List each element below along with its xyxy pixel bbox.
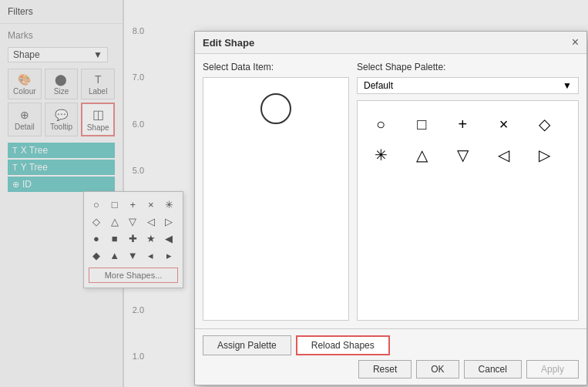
edit-shape-dialog: Edit Shape × Select Data Item: Select Sh… bbox=[194, 31, 587, 385]
dialog-footer: Assign Palette Reload Shapes Reset OK Ca… bbox=[195, 328, 586, 385]
palette-shape-tri-down[interactable]: ▽ bbox=[447, 140, 478, 170]
palette-shape-circle[interactable]: ○ bbox=[365, 109, 396, 140]
dialog-left-panel: Select Data Item: bbox=[203, 62, 349, 321]
dialog-footer-row2: Reset OK Cancel Apply bbox=[203, 360, 579, 379]
palette-default-label: Default bbox=[364, 80, 393, 91]
dialog-titlebar: Edit Shape × bbox=[195, 32, 586, 54]
palette-shape-square[interactable]: □ bbox=[406, 109, 437, 140]
palette-dropdown[interactable]: Default ▼ bbox=[357, 77, 579, 94]
assign-palette-button[interactable]: Assign Palette bbox=[203, 335, 291, 355]
palette-shape-tri-right[interactable]: ▷ bbox=[529, 140, 560, 170]
ok-button[interactable]: OK bbox=[416, 360, 459, 379]
palette-shape-tri-up[interactable]: △ bbox=[406, 140, 437, 170]
palette-chevron-icon: ▼ bbox=[563, 80, 572, 91]
select-data-item-label: Select Data Item: bbox=[203, 62, 349, 72]
app-container: Filters Marks Shape ▼ 🎨 Colour ⬤ Size bbox=[0, 0, 588, 387]
dialog-right-panel: Select Shape Palette: Default ▼ ○ □ + × … bbox=[357, 62, 579, 321]
dialog-title: Edit Shape bbox=[203, 37, 254, 49]
dialog-footer-row1: Assign Palette Reload Shapes bbox=[203, 335, 579, 355]
data-item-box[interactable] bbox=[203, 77, 349, 321]
palette-shape-plus[interactable]: + bbox=[447, 109, 478, 140]
dialog-body: Select Data Item: Select Shape Palette: … bbox=[195, 54, 586, 328]
reload-shapes-button[interactable]: Reload Shapes bbox=[296, 335, 390, 355]
shape-preview-circle bbox=[260, 93, 291, 124]
palette-shape-tri-left[interactable]: ◁ bbox=[489, 140, 519, 170]
reset-button[interactable]: Reset bbox=[358, 360, 412, 379]
apply-button[interactable]: Apply bbox=[526, 360, 579, 379]
palette-shape-diamond[interactable]: ◇ bbox=[529, 109, 560, 140]
cancel-button[interactable]: Cancel bbox=[464, 360, 522, 379]
palette-shape-x[interactable]: × bbox=[489, 109, 519, 140]
palette-shapes-grid: ○ □ + × ◇ ✳ △ ▽ ◁ ▷ bbox=[357, 100, 579, 321]
dialog-close-button[interactable]: × bbox=[572, 36, 579, 49]
palette-shape-asterisk[interactable]: ✳ bbox=[365, 140, 396, 170]
select-shape-palette-label: Select Shape Palette: bbox=[357, 62, 579, 72]
